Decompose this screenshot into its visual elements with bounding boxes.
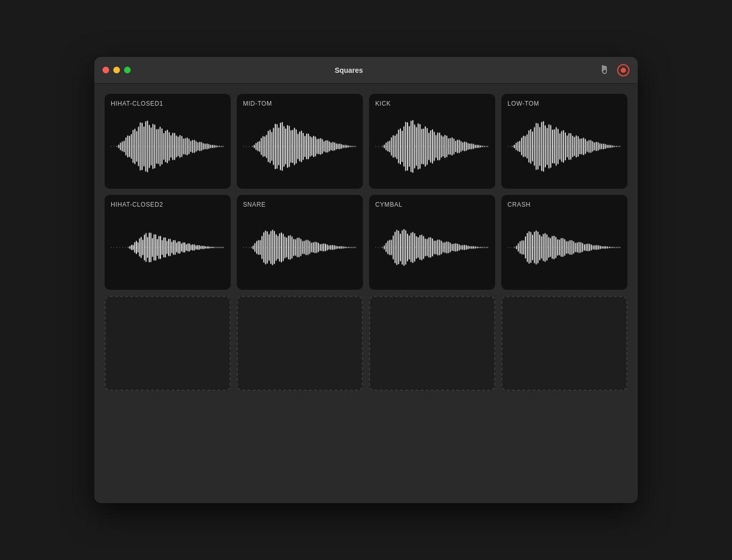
- pad-snare[interactable]: SNARE: [237, 195, 363, 290]
- empty-pads-row: [105, 296, 627, 391]
- pad-empty-2[interactable]: [369, 296, 495, 391]
- pad-crash[interactable]: CRASH: [501, 195, 627, 290]
- pad-empty-3[interactable]: [501, 296, 627, 391]
- waveform-hihat-closed1: [111, 110, 225, 183]
- app-window: Squares HIHAT-CLOSED1MID-TOMKICKLOW-TOMH…: [94, 57, 638, 503]
- pad-mid-tom[interactable]: MID-TOM: [237, 94, 363, 189]
- pad-label-hihat-closed1: HIHAT-CLOSED1: [111, 100, 225, 107]
- pad-label-crash: CRASH: [507, 201, 621, 208]
- window-title: Squares: [100, 66, 598, 74]
- pad-label-low-tom: LOW-TOM: [507, 100, 621, 107]
- titlebar-actions: [598, 63, 629, 77]
- waveform-hihat-closed2: [111, 211, 225, 284]
- titlebar: Squares: [94, 57, 638, 84]
- waveform-mid-tom: [243, 110, 357, 183]
- pad-label-snare: SNARE: [243, 201, 357, 208]
- record-button[interactable]: [617, 64, 629, 76]
- content-area: HIHAT-CLOSED1MID-TOMKICKLOW-TOMHIHAT-CLO…: [94, 84, 638, 503]
- record-dot: [621, 68, 626, 73]
- pad-label-cymbal: CYMBAL: [375, 201, 489, 208]
- pad-low-tom[interactable]: LOW-TOM: [501, 94, 627, 189]
- pad-label-kick: KICK: [375, 100, 489, 107]
- waveform-cymbal: [375, 211, 489, 284]
- pad-hihat-closed2[interactable]: HIHAT-CLOSED2: [105, 195, 231, 290]
- pad-label-hihat-closed2: HIHAT-CLOSED2: [111, 201, 225, 208]
- waveform-snare: [243, 211, 357, 284]
- hand-icon[interactable]: [598, 63, 612, 77]
- pads-grid: HIHAT-CLOSED1MID-TOMKICKLOW-TOMHIHAT-CLO…: [105, 94, 627, 290]
- waveform-crash: [507, 211, 621, 284]
- pad-cymbal[interactable]: CYMBAL: [369, 195, 495, 290]
- waveform-kick: [375, 110, 489, 183]
- pad-kick[interactable]: KICK: [369, 94, 495, 189]
- pad-empty-1[interactable]: [237, 296, 363, 391]
- pad-hihat-closed1[interactable]: HIHAT-CLOSED1: [105, 94, 231, 189]
- pad-empty-0[interactable]: [105, 296, 231, 391]
- pad-label-mid-tom: MID-TOM: [243, 100, 357, 107]
- waveform-low-tom: [507, 110, 621, 183]
